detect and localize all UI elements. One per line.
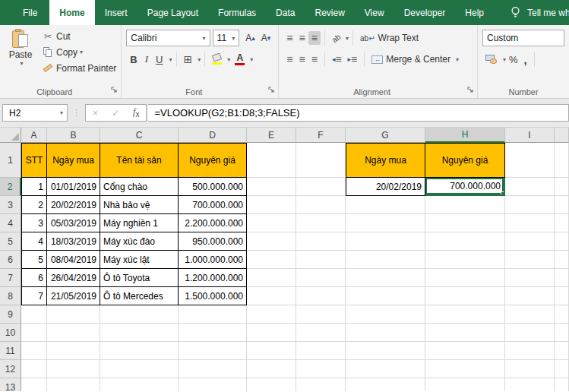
align-center-button[interactable]: ≡ — [296, 52, 308, 66]
cell-B3[interactable]: 20/02/2019 — [47, 196, 100, 214]
tab-help[interactable]: Help — [455, 0, 494, 25]
name-box-dropdown-icon[interactable]: ▾ — [60, 109, 63, 116]
cell-F1[interactable] — [296, 143, 346, 178]
middle-align-button[interactable]: ≡ — [296, 31, 308, 45]
cell-A13[interactable] — [21, 378, 47, 391]
cell-E4[interactable] — [247, 214, 296, 232]
tab-review[interactable]: Review — [305, 0, 354, 25]
percent-style-button[interactable]: % — [506, 52, 521, 67]
cell-C13[interactable] — [100, 378, 179, 391]
cell-H12[interactable] — [425, 360, 505, 378]
column-header-H[interactable]: H — [425, 128, 505, 143]
cell-H13[interactable] — [425, 378, 505, 391]
cell-D8[interactable]: 1.500.000.000 — [179, 287, 247, 305]
formula-input[interactable] — [148, 105, 568, 121]
row-header-10[interactable]: 10 — [0, 324, 21, 342]
cell-F11[interactable] — [296, 342, 346, 360]
cell-F10[interactable] — [296, 324, 346, 342]
cell-E6[interactable] — [247, 251, 296, 269]
name-box[interactable]: ▾ — [2, 104, 68, 122]
cell-D6[interactable]: 1.000.000.000 — [179, 251, 247, 269]
cell-A5[interactable]: 4 — [21, 232, 47, 251]
column-header-G[interactable]: G — [346, 128, 425, 143]
cut-button[interactable]: ✂ Cut — [41, 28, 116, 44]
cell-E5[interactable] — [247, 232, 296, 251]
formula-bar-splitter[interactable]: ⋮ — [72, 108, 81, 118]
cell-G1[interactable]: Ngày mua — [346, 143, 425, 178]
cell-E7[interactable] — [247, 269, 296, 287]
select-all-button[interactable] — [0, 128, 21, 143]
cell-I8[interactable] — [505, 287, 555, 305]
cell-D13[interactable] — [179, 378, 247, 391]
cell-G11[interactable] — [346, 342, 425, 360]
cell-X91[interactable] — [555, 143, 569, 178]
cell-D10[interactable] — [179, 324, 247, 342]
cell-B9[interactable] — [47, 305, 100, 324]
orientation-dropdown-icon[interactable]: ▾ — [346, 35, 349, 42]
tab-data[interactable]: Data — [266, 0, 305, 25]
fill-color-button[interactable] — [209, 52, 225, 66]
align-right-button[interactable]: ≡ — [308, 52, 321, 66]
copy-button[interactable]: Copy ▾ — [41, 44, 116, 60]
cell-F12[interactable] — [296, 360, 346, 378]
cell-F7[interactable] — [296, 269, 346, 287]
cell-E3[interactable] — [247, 196, 296, 214]
cell-D7[interactable]: 1.200.000.000 — [179, 269, 247, 287]
cell-I1[interactable] — [505, 143, 555, 178]
cell-F9[interactable] — [296, 305, 346, 324]
cell-H8[interactable] — [425, 287, 505, 305]
tell-me-search[interactable]: Tell me what — [511, 0, 569, 25]
cell-D4[interactable]: 2.200.000.000 — [179, 214, 247, 232]
cell-G10[interactable] — [346, 324, 425, 342]
cell-D2[interactable]: 500.000.000 — [179, 178, 247, 196]
cell-C5[interactable]: Máy xúc đào — [100, 232, 179, 251]
cell-I12[interactable] — [505, 360, 555, 378]
clipboard-dialog-launcher-icon[interactable] — [111, 85, 118, 96]
tab-developer[interactable]: Developer — [394, 0, 456, 25]
tab-home[interactable]: Home — [49, 0, 94, 25]
cell-E2[interactable] — [247, 178, 296, 196]
cell-C10[interactable] — [100, 324, 179, 342]
cell-C1[interactable]: Tên tài sản — [100, 143, 179, 178]
enter-button[interactable]: ✓ — [105, 108, 126, 119]
decrease-indent-button[interactable]: ◂≡ — [329, 52, 345, 66]
cell-B7[interactable]: 26/04/2019 — [47, 269, 100, 287]
column-header-D[interactable]: D — [179, 128, 247, 143]
merge-center-button[interactable]: ↔ Merge & Center — [368, 52, 454, 66]
cell-A9[interactable] — [21, 305, 47, 324]
cell-X92[interactable] — [555, 178, 569, 196]
column-header-C[interactable]: C — [100, 128, 179, 143]
cell-B1[interactable]: Ngày mua — [47, 143, 100, 178]
row-header-5[interactable]: 5 — [0, 232, 21, 251]
cell-C7[interactable]: Ô tô Toyota — [100, 269, 179, 287]
cell-I9[interactable] — [505, 305, 555, 324]
cell-B5[interactable]: 18/03/2019 — [47, 232, 100, 251]
cell-E11[interactable] — [247, 342, 296, 360]
cell-C11[interactable] — [100, 342, 179, 360]
cell-F8[interactable] — [296, 287, 346, 305]
cell-A12[interactable] — [21, 360, 47, 378]
cell-A4[interactable]: 3 — [21, 214, 47, 232]
cell-X99[interactable] — [555, 305, 569, 324]
cell-G2[interactable]: 20/02/2019 — [346, 178, 425, 196]
cell-E8[interactable] — [247, 287, 296, 305]
cell-X93[interactable] — [555, 196, 569, 214]
cell-D1[interactable]: Nguyên giá — [179, 143, 247, 178]
cell-H10[interactable] — [425, 324, 505, 342]
cell-B6[interactable]: 08/04/2019 — [47, 251, 100, 269]
cell-D9[interactable] — [179, 305, 247, 324]
cell-I5[interactable] — [505, 232, 555, 251]
alignment-dialog-launcher-icon[interactable] — [467, 85, 474, 96]
cell-F4[interactable] — [296, 214, 346, 232]
row-header-8[interactable]: 8 — [0, 287, 21, 305]
underline-button[interactable]: U — [152, 52, 166, 67]
row-header-4[interactable]: 4 — [0, 214, 21, 232]
cell-F3[interactable] — [296, 196, 346, 214]
tab-formulas[interactable]: Formulas — [208, 0, 266, 25]
cell-B4[interactable]: 05/03/2019 — [47, 214, 100, 232]
cell-H4[interactable] — [425, 214, 505, 232]
merge-center-dropdown-icon[interactable]: ▾ — [456, 56, 459, 63]
cell-F2[interactable] — [296, 178, 346, 196]
cell-A10[interactable] — [21, 324, 47, 342]
tab-page-layout[interactable]: Page Layout — [138, 0, 208, 25]
